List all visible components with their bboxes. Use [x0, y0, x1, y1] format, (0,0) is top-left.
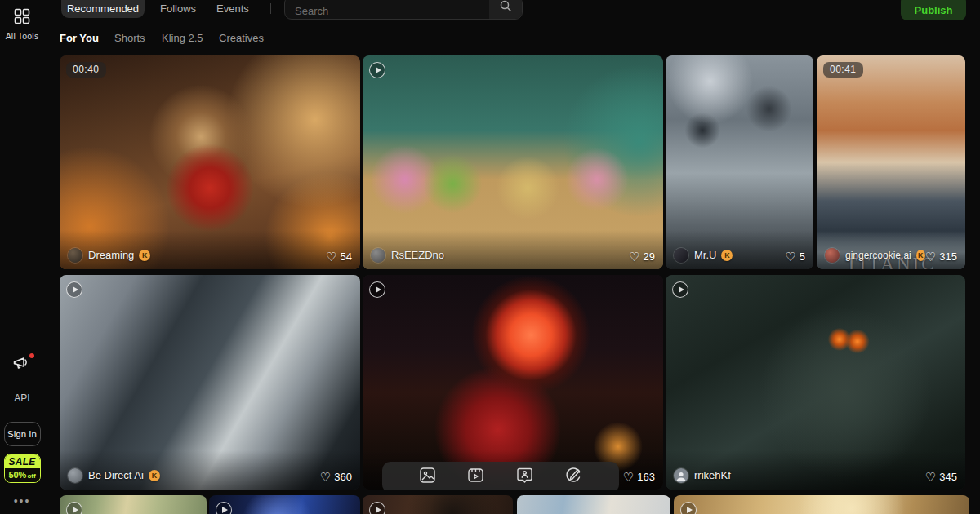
- image-icon[interactable]: [419, 467, 436, 484]
- author-name[interactable]: Be Direct Ai: [88, 468, 144, 483]
- like-button[interactable]: ♡360: [320, 471, 352, 483]
- card-footer: Mr.U K ♡5: [666, 230, 813, 269]
- avatar[interactable]: [825, 248, 840, 263]
- video-card-partial[interactable]: [363, 495, 513, 514]
- like-button[interactable]: ♡345: [925, 471, 957, 483]
- more-button[interactable]: •••: [0, 494, 44, 514]
- video-thumbnail: [517, 495, 670, 514]
- video-card-rseezdno[interactable]: RsEEZDno ♡29: [363, 55, 663, 269]
- sidebar: All Tools API Sign In SALE 50%off: [0, 0, 44, 514]
- tab-recommended[interactable]: Recommended: [61, 0, 145, 18]
- card-footer: Dreaming K ♡54: [60, 230, 360, 269]
- video-card-mru[interactable]: Mr.U K ♡5: [666, 55, 813, 269]
- heart-icon: ♡: [623, 472, 634, 483]
- like-button[interactable]: ♡163: [623, 471, 655, 483]
- grid-icon: [0, 8, 44, 24]
- publish-button[interactable]: Publish: [901, 0, 966, 20]
- search-box: [284, 0, 523, 20]
- author-name[interactable]: RsEEZDno: [391, 248, 444, 263]
- duration-badge: 00:40: [66, 62, 106, 78]
- like-button[interactable]: ♡54: [326, 250, 352, 263]
- k-badge-icon: K: [139, 250, 150, 261]
- like-count: 315: [939, 250, 957, 263]
- k-badge-icon: K: [916, 250, 925, 261]
- tab-follows[interactable]: Follows: [160, 2, 196, 15]
- play-button[interactable]: [216, 502, 232, 514]
- api-link[interactable]: API: [0, 392, 44, 404]
- play-button[interactable]: [66, 281, 82, 298]
- sale-label: SALE: [5, 454, 40, 468]
- card-footer: gingercookie.ai K ♡315: [817, 230, 965, 269]
- megaphone-icon: [13, 360, 31, 374]
- heart-icon: ♡: [326, 251, 336, 263]
- video-thumbnail: [674, 495, 969, 514]
- k-badge-icon: K: [721, 250, 733, 261]
- like-button[interactable]: ♡315: [925, 250, 957, 263]
- video-card-dreaming[interactable]: 00:40 Dreaming K ♡54: [60, 55, 360, 269]
- tab-events[interactable]: Events: [216, 2, 249, 15]
- subnav-creatives[interactable]: Creatives: [219, 32, 264, 44]
- play-button[interactable]: [680, 502, 697, 514]
- like-count: 345: [939, 471, 957, 483]
- heart-icon: ♡: [925, 472, 936, 483]
- like-count: 29: [644, 250, 655, 263]
- avatar[interactable]: [674, 468, 688, 483]
- pin-person-icon[interactable]: [516, 467, 533, 484]
- search-input[interactable]: [285, 0, 489, 19]
- sale-badge[interactable]: SALE 50%off: [4, 454, 41, 483]
- like-button[interactable]: ♡29: [629, 250, 655, 263]
- video-card-partial[interactable]: [60, 495, 207, 514]
- subnav-shorts[interactable]: Shorts: [114, 32, 145, 44]
- search-button[interactable]: [489, 0, 522, 19]
- all-tools-label: All Tools: [6, 31, 39, 41]
- play-button[interactable]: [369, 281, 385, 298]
- sale-discount: 50%off: [5, 468, 40, 482]
- subnav-kling-25[interactable]: Kling 2.5: [162, 32, 203, 44]
- sign-in-button[interactable]: Sign In: [4, 422, 41, 446]
- avatar[interactable]: [68, 248, 82, 263]
- video-card-rrikehkf[interactable]: rrikehKf ♡345: [666, 275, 965, 490]
- play-button[interactable]: [369, 62, 385, 78]
- duration-badge: 00:41: [823, 62, 863, 78]
- video-card-partial[interactable]: [674, 495, 969, 514]
- sketch-pen-icon[interactable]: [564, 466, 582, 484]
- announcements-button[interactable]: [13, 355, 31, 374]
- sidebar-bottom: API Sign In SALE 50%off •••: [0, 355, 44, 514]
- card-footer: Be Direct Ai K ♡360: [60, 450, 360, 490]
- play-button[interactable]: [66, 502, 82, 514]
- author-name[interactable]: Dreaming: [88, 248, 134, 263]
- video-clip-icon[interactable]: [467, 467, 484, 484]
- search-icon: [499, 0, 512, 15]
- like-count: 163: [637, 471, 655, 483]
- app: All Tools API Sign In SALE 50%off: [0, 0, 980, 514]
- video-card-partial[interactable]: [209, 495, 360, 514]
- divider: [270, 3, 271, 14]
- card-footer: rrikehKf ♡345: [666, 450, 965, 490]
- avatar[interactable]: [68, 468, 82, 483]
- creation-toolbar: [382, 462, 619, 490]
- k-badge-icon: K: [149, 470, 160, 481]
- avatar[interactable]: [674, 248, 688, 263]
- like-button[interactable]: ♡5: [785, 250, 805, 263]
- notification-dot: [29, 353, 34, 358]
- author-name[interactable]: Mr.U: [694, 248, 716, 263]
- heart-icon: ♡: [320, 472, 331, 483]
- card-footer: RsEEZDno ♡29: [363, 230, 663, 269]
- heart-icon: ♡: [629, 251, 639, 263]
- subnav-for-you[interactable]: For You: [60, 32, 99, 44]
- heart-icon: ♡: [925, 251, 936, 263]
- heart-icon: ♡: [785, 251, 795, 263]
- like-count: 5: [800, 250, 805, 263]
- author-name[interactable]: rrikehKf: [694, 468, 731, 483]
- video-card-partial[interactable]: [517, 495, 670, 514]
- video-card-bedirect[interactable]: Be Direct Ai K ♡360: [60, 275, 360, 490]
- play-button[interactable]: [369, 502, 385, 514]
- all-tools-button[interactable]: All Tools: [0, 8, 44, 42]
- like-count: 360: [334, 471, 352, 483]
- like-count: 54: [341, 250, 352, 263]
- avatar[interactable]: [371, 248, 385, 263]
- video-card-gingercookie[interactable]: TITANIC 00:41 gingercookie.ai K ♡315: [817, 55, 965, 269]
- author-name[interactable]: gingercookie.ai: [845, 248, 911, 263]
- video-card-redcar[interactable]: ♡163: [363, 275, 663, 490]
- play-button[interactable]: [672, 281, 688, 298]
